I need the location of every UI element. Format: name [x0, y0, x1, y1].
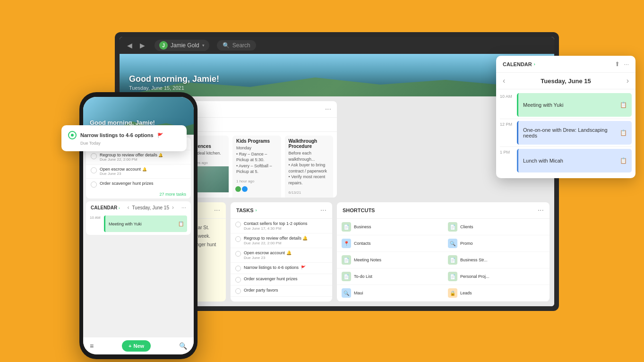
- calendar-more-icon[interactable]: ···: [624, 60, 629, 68]
- task-text: Order scavenger hunt prizes: [244, 276, 298, 281]
- task-item[interactable]: Narrow listings to 4-6 options 🚩: [231, 263, 332, 274]
- calendar-date: Tuesday, June 15: [541, 78, 591, 85]
- calendar-time-row: 1 PM Lunch with Micah 📋: [500, 149, 632, 172]
- shortcut-item[interactable]: 🔍 Maui: [337, 285, 443, 302]
- phone-task-item[interactable]: Open escrow account 🔔Due June 23: [86, 164, 191, 178]
- phone-calendar-event[interactable]: Meeting with Yuki 📋: [104, 215, 187, 232]
- shortcut-icon-clients: 📄: [448, 222, 457, 232]
- shortcuts-title: SHORTCUTS: [343, 207, 375, 213]
- hamburger-icon[interactable]: ≡: [90, 342, 94, 350]
- shortcut-item[interactable]: 🔍 Promo: [443, 235, 550, 252]
- calendar-next-button[interactable]: ›: [627, 77, 629, 85]
- calendar-prev-button[interactable]: ‹: [503, 77, 505, 85]
- shortcut-item[interactable]: 📄 Business Str...: [443, 252, 550, 268]
- calendar-event-title: Lunch with Micah: [523, 158, 563, 164]
- shortcut-icon-contacts: 📍: [342, 239, 351, 248]
- hero-text: Good morning, Jamie! Tuesday, June 15, 2…: [129, 74, 219, 91]
- shortcut-label: Business Str...: [460, 258, 488, 262]
- phone-task-due: Due June 22, 2:00 PM: [100, 157, 163, 162]
- shortcut-icon-business: 📄: [342, 222, 351, 232]
- task-text: Open escrow account 🔔: [244, 250, 292, 255]
- phone-calendar-body: 10 AM Meeting with Yuki 📋: [86, 214, 191, 235]
- tasks-title: TASKS ›: [236, 207, 257, 213]
- task-circle: [235, 266, 241, 271]
- user-avatar: J: [159, 41, 168, 50]
- calendar-event[interactable]: Lunch with Micah 📋: [517, 149, 632, 172]
- calendar-event-icon: 📋: [620, 129, 627, 136]
- shortcut-label: Personal Proj...: [460, 274, 489, 279]
- plus-icon: +: [129, 343, 131, 349]
- task-text: Contact sellers for top 1-2 options: [244, 221, 308, 226]
- task-due: Due June 17, 4:30 PM: [244, 226, 308, 231]
- calendar-time-label: 12 PM: [500, 121, 517, 127]
- shortcut-label: Meeting Notes: [354, 258, 381, 262]
- phone-task-circle: [91, 167, 97, 173]
- calendar-title: CALENDAR ›: [503, 61, 535, 67]
- task-popup-due: Due Today: [80, 141, 180, 146]
- task-popup-check: [68, 131, 77, 139]
- calendar-export-icon[interactable]: ⬆: [615, 60, 620, 68]
- note-body: Monday• Ray – Dance –Pickup at 5:30.• Av…: [236, 145, 277, 175]
- task-text: Order party favors: [244, 288, 278, 293]
- note-item[interactable]: Walkthrough Procedure Before each walkth…: [285, 136, 334, 198]
- calendar-event[interactable]: One-on-one with Drew: Landscaping needs …: [517, 121, 632, 145]
- phone-task-item[interactable]: Order scavenger hunt prizes: [86, 178, 191, 190]
- note-time: 6/13/21: [285, 189, 334, 196]
- calendar-time-row: 12 PM One-on-one with Drew: Landscaping …: [500, 121, 632, 145]
- phone-task-due: Due June 23: [100, 172, 147, 176]
- shortcut-item[interactable]: 📄 Clients: [443, 219, 550, 235]
- phone-task-item[interactable]: Regroup to review offer details 🔔Due Jun…: [86, 150, 191, 164]
- shortcut-item[interactable]: 📄 Business: [337, 219, 443, 235]
- phone-task-name: Open escrow account 🔔: [100, 167, 147, 172]
- note-title: Kids Programs: [236, 138, 277, 144]
- user-chip[interactable]: J Jamie Gold ▾: [155, 40, 209, 51]
- scratch-more-button[interactable]: ···: [214, 206, 220, 215]
- task-item[interactable]: Contact sellers for top 1-2 optionsDue J…: [231, 219, 332, 233]
- shortcut-label: Leads: [460, 291, 472, 295]
- task-popup-check-inner: [71, 134, 74, 137]
- phone-calendar-section: CALENDAR › ‹ Tuesday, June 15 › ··· 10 A…: [86, 201, 191, 235]
- phone-cal-prev-button[interactable]: ‹: [128, 204, 129, 211]
- note-item[interactable]: Kids Programs Monday• Ray – Dance –Picku…: [232, 136, 281, 198]
- shortcut-item[interactable]: 📄 Personal Proj...: [443, 268, 550, 285]
- more-tasks-link[interactable]: 27 more tasks: [86, 190, 191, 198]
- calendar-header: CALENDAR › ⬆ ···: [496, 56, 635, 73]
- shortcut-item[interactable]: 📄 Meeting Notes: [337, 252, 443, 268]
- nav-back-button[interactable]: ◀: [125, 41, 134, 50]
- phone-search-icon[interactable]: 🔍: [179, 342, 187, 350]
- nav-forward-button[interactable]: ▶: [138, 41, 147, 50]
- shortcut-item[interactable]: 📍 Contacts: [337, 235, 443, 252]
- task-item[interactable]: Regroup to review offer details 🔔Due Jun…: [231, 233, 332, 248]
- user-name: Jamie Gold: [171, 42, 199, 49]
- task-circle: [235, 251, 241, 257]
- shortcut-label: Contacts: [354, 241, 371, 246]
- calendar-event[interactable]: Meeting with Yuki 📋: [517, 93, 632, 117]
- phone-calendar-more[interactable]: ···: [181, 204, 186, 211]
- task-due: Due June 23: [244, 256, 292, 260]
- shortcut-icon-promo: 🔍: [448, 239, 457, 248]
- hero-banner: Good morning, Jamie! Tuesday, June 15, 2…: [120, 54, 554, 96]
- search-bar[interactable]: 🔍 Search: [217, 40, 256, 51]
- avatar-green: [235, 186, 241, 192]
- shortcuts-more-button[interactable]: ···: [538, 206, 544, 215]
- task-text: Regroup to review offer details 🔔: [244, 236, 308, 241]
- phone-cal-next-button[interactable]: ›: [172, 204, 174, 211]
- shortcut-label: Promo: [460, 241, 473, 246]
- phone-spacer: [83, 238, 194, 337]
- phone-new-button[interactable]: + New: [122, 340, 151, 352]
- calendar-icons: ⬆ ···: [615, 60, 629, 68]
- shortcut-item[interactable]: 📄 To-do List: [337, 268, 443, 285]
- notes-more-button[interactable]: ···: [325, 105, 331, 113]
- shortcut-icon-meeting: 📄: [342, 255, 351, 265]
- shortcut-item[interactable]: 🔒 Leads: [443, 285, 550, 302]
- phone-calendar-event-icon: 📋: [178, 221, 184, 226]
- tasks-arrow-icon: ›: [255, 208, 257, 213]
- task-item[interactable]: Open escrow account 🔔Due June 23: [231, 248, 332, 263]
- hero-date: Tuesday, June 15, 2021: [129, 85, 219, 91]
- tasks-more-button[interactable]: ···: [320, 206, 326, 215]
- task-item[interactable]: Order scavenger hunt prizes: [231, 274, 332, 285]
- calendar-time-label: 10 AM: [500, 93, 517, 99]
- task-item[interactable]: Order party favors: [231, 285, 332, 297]
- task-popup: Narrow listings to 4-6 options 🚩 Due Tod…: [61, 125, 187, 151]
- phone-task-name: Order scavenger hunt prizes: [100, 181, 154, 186]
